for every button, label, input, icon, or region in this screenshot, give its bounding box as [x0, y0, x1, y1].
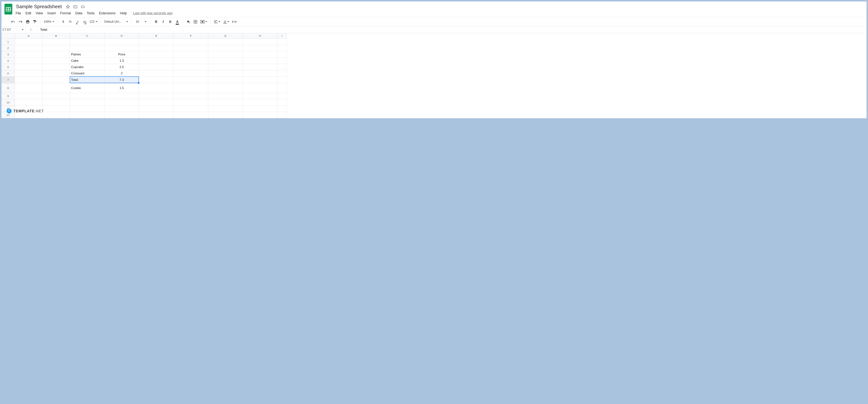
cell-F7[interactable]	[174, 76, 208, 83]
cell-H8[interactable]	[243, 83, 277, 93]
cell-G2[interactable]	[208, 45, 243, 51]
column-header-H[interactable]: H	[243, 33, 277, 39]
cell-E8[interactable]	[139, 83, 174, 93]
cell-I9[interactable]	[277, 93, 287, 99]
paint-format-button[interactable]	[32, 19, 38, 25]
row-header-5[interactable]: 5	[1, 64, 15, 70]
cell-H1[interactable]	[243, 39, 277, 45]
cell-H3[interactable]	[243, 51, 277, 58]
cell-A4[interactable]	[15, 58, 42, 64]
cell-E7[interactable]	[139, 76, 174, 83]
row-header-8[interactable]: 8	[1, 83, 15, 93]
cell-H9[interactable]	[243, 93, 277, 99]
font-dropdown[interactable]: Default (Ari...	[103, 19, 129, 25]
cell-B12[interactable]	[42, 112, 70, 118]
cell-F6[interactable]	[174, 70, 208, 76]
cell-I12[interactable]	[277, 112, 287, 118]
row-header-6[interactable]: 6	[1, 70, 15, 76]
cell-G8[interactable]	[208, 83, 243, 93]
cell-F1[interactable]	[174, 39, 208, 45]
cell-B5[interactable]	[42, 64, 70, 70]
cell-A3[interactable]	[15, 51, 42, 58]
cell-F2[interactable]	[174, 45, 208, 51]
column-header-G[interactable]: G	[208, 33, 243, 39]
cell-A10[interactable]	[15, 99, 42, 105]
cell-C2[interactable]	[70, 45, 104, 51]
menu-tools[interactable]: Tools	[87, 11, 95, 15]
name-box[interactable]: C7:D7	[1, 26, 26, 33]
column-header-C[interactable]: C	[70, 33, 104, 39]
cell-I3[interactable]	[277, 51, 287, 58]
cell-E2[interactable]	[139, 45, 174, 51]
cell-B7[interactable]	[42, 76, 70, 83]
merge-cells-dropdown[interactable]	[199, 19, 208, 25]
menu-file[interactable]: File	[16, 11, 21, 15]
cell-D10[interactable]	[104, 99, 139, 105]
cell-B3[interactable]	[42, 51, 70, 58]
cell-D9[interactable]	[104, 93, 139, 99]
cloud-status-icon[interactable]	[81, 5, 85, 9]
cell-F5[interactable]	[174, 64, 208, 70]
cell-D8[interactable]: 1.5	[104, 83, 139, 93]
cell-A2[interactable]	[15, 45, 42, 51]
cell-D1[interactable]	[104, 39, 139, 45]
cell-D12[interactable]	[104, 112, 139, 118]
cell-B11[interactable]	[42, 105, 70, 112]
cell-A9[interactable]	[15, 93, 42, 99]
print-button[interactable]	[25, 19, 31, 25]
cell-A5[interactable]	[15, 64, 42, 70]
decrease-decimal-button[interactable]: .0	[74, 19, 81, 25]
cell-I7[interactable]	[277, 76, 287, 83]
vertical-align-dropdown[interactable]	[222, 19, 230, 25]
row-header-7[interactable]: 7	[1, 76, 15, 83]
cell-D7[interactable]: 7.3	[104, 76, 139, 83]
menu-edit[interactable]: Edit	[26, 11, 31, 15]
cell-B9[interactable]	[42, 93, 70, 99]
cell-D5[interactable]: 2.5	[104, 64, 139, 70]
cell-E3[interactable]	[139, 51, 174, 58]
menu-insert[interactable]: Insert	[48, 11, 56, 15]
cell-E10[interactable]	[139, 99, 174, 105]
move-icon[interactable]	[73, 5, 78, 9]
row-header-1[interactable]: 1	[1, 39, 15, 45]
cell-I8[interactable]	[277, 83, 287, 93]
cell-D3[interactable]: Price	[104, 51, 139, 58]
cell-I11[interactable]	[277, 105, 287, 112]
cell-H2[interactable]	[243, 45, 277, 51]
cell-B10[interactable]	[42, 99, 70, 105]
fill-color-button[interactable]	[185, 19, 191, 25]
cell-E9[interactable]	[139, 93, 174, 99]
cell-H7[interactable]	[243, 76, 277, 83]
row-header-10[interactable]: 10	[1, 99, 15, 105]
cell-H4[interactable]	[243, 58, 277, 64]
menu-extensions[interactable]: Extensions	[99, 11, 116, 15]
horizontal-align-dropdown[interactable]	[213, 19, 221, 25]
cell-D11[interactable]	[104, 105, 139, 112]
undo-button[interactable]	[10, 19, 17, 25]
formula-input[interactable]	[37, 28, 867, 32]
zoom-dropdown[interactable]: 100%	[42, 19, 55, 25]
cell-I4[interactable]	[277, 58, 287, 64]
cell-H11[interactable]	[243, 105, 277, 112]
cell-H12[interactable]	[243, 112, 277, 118]
menu-help[interactable]: Help	[120, 11, 127, 15]
cell-G11[interactable]	[208, 105, 243, 112]
cell-F10[interactable]	[174, 99, 208, 105]
cell-E6[interactable]	[139, 70, 174, 76]
cell-G7[interactable]	[208, 76, 243, 83]
format-percent-button[interactable]: %	[67, 19, 73, 25]
cell-F8[interactable]	[174, 83, 208, 93]
column-header-I[interactable]: I	[277, 33, 287, 39]
cell-D2[interactable]	[104, 45, 139, 51]
document-title[interactable]: Sample Spreadsheet	[15, 3, 62, 10]
cell-F12[interactable]	[174, 112, 208, 118]
cell-C12[interactable]	[70, 112, 104, 118]
format-currency-button[interactable]: $	[60, 19, 66, 25]
cell-G6[interactable]	[208, 70, 243, 76]
cell-C5[interactable]: Cupcake	[70, 64, 104, 70]
cell-I10[interactable]	[277, 99, 287, 105]
strikethrough-button[interactable]: S	[167, 19, 174, 25]
column-header-A[interactable]: A	[15, 33, 42, 39]
cell-C4[interactable]: Cake	[70, 58, 104, 64]
cell-B2[interactable]	[42, 45, 70, 51]
